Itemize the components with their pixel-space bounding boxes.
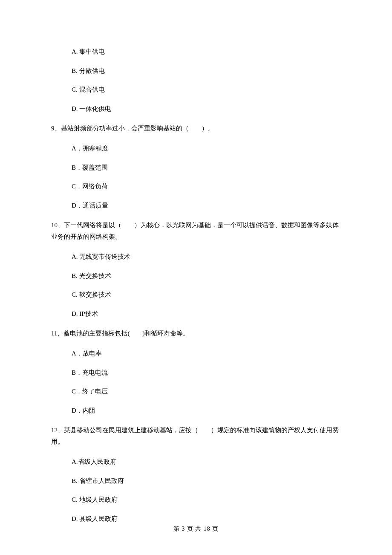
q12-option-a: A.省级人民政府	[51, 457, 341, 467]
q11-stem: 11、蓄电池的主要指标包括( )和循环寿命等。	[51, 328, 341, 339]
q10-option-a: A. 无线宽带传送技术	[51, 252, 341, 262]
q10-option-d: D. IP技术	[51, 309, 341, 319]
q11-option-c: C．终了电压	[51, 387, 341, 396]
q12-option-d: D. 县级人民政府	[51, 514, 341, 524]
q10-option-c: C. 软交换技术	[51, 290, 341, 300]
q10-stem: 10、下一代网络将是以（ ）为核心，以光联网为基础，是一个可以提供话音、数据和图…	[51, 220, 341, 243]
q8-option-d: D. 一体化供电	[51, 104, 341, 114]
q11-option-a: A．放电率	[51, 349, 341, 358]
q9-stem: 9、基站射频部分功率过小，会严重影响基站的（ ）。	[51, 123, 341, 134]
q12-option-b: B. 省辖市人民政府	[51, 476, 341, 486]
page-footer: 第 3 页 共 18 页	[0, 525, 392, 533]
q9-option-a: A．拥塞程度	[51, 144, 341, 153]
q9-option-d: D．通话质量	[51, 201, 341, 211]
q12-stem: 12、某县移动公司在民用建筑上建移动基站，应按（ ）规定的标准向该建筑物的产权人…	[51, 425, 341, 448]
q8-option-a: A. 集中供电	[51, 47, 341, 57]
q11-option-b: B．充电电流	[51, 368, 341, 378]
q9-option-b: B．覆盖范围	[51, 163, 341, 173]
exam-page: A. 集中供电 B. 分散供电 C. 混合供电 D. 一体化供电 9、基站射频部…	[0, 0, 392, 554]
q10-option-b: B. 光交换技术	[51, 271, 341, 281]
q8-option-b: B. 分散供电	[51, 66, 341, 76]
q12-option-c: C. 地级人民政府	[51, 495, 341, 505]
q9-option-c: C．网络负荷	[51, 182, 341, 191]
q8-option-c: C. 混合供电	[51, 85, 341, 95]
q11-option-d: D．内阻	[51, 406, 341, 416]
